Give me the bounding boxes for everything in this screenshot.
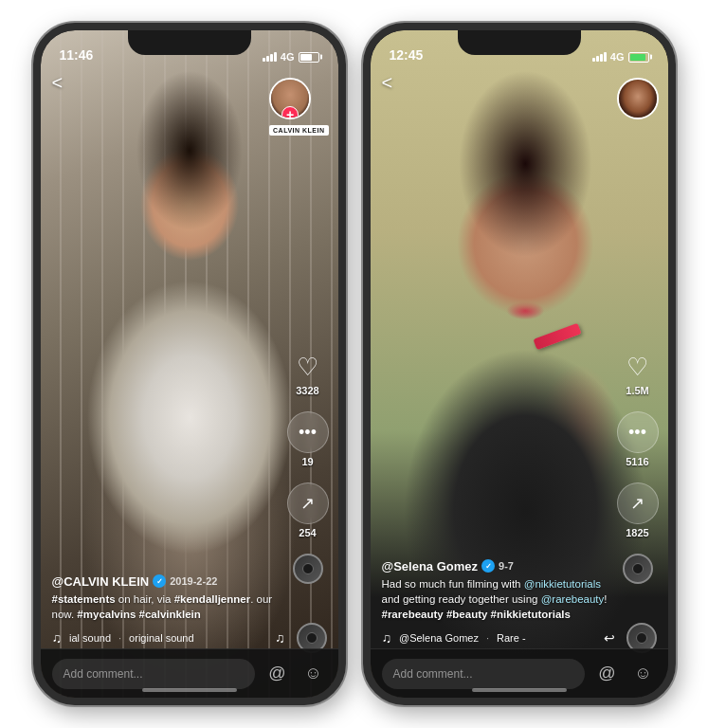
signal-left	[263, 52, 277, 62]
status-right-left: 4G	[263, 51, 319, 63]
brand-label-left: CALVIN KLEIN	[269, 125, 328, 136]
emoji-icon-right[interactable]: ☺	[630, 661, 657, 687]
battery-right	[628, 52, 649, 63]
battery-left	[299, 52, 319, 63]
brand-container-right	[617, 78, 659, 119]
home-indicator-left	[142, 688, 237, 692]
date-right: 9-7	[499, 560, 514, 572]
heart-icon-left: ♡	[297, 353, 318, 382]
phone-left: 11:46 4G <	[33, 23, 346, 705]
side-actions-left: ♡ 3328 ••• 19 ↗ 254	[287, 353, 329, 584]
brand-container-left: + CALVIN KLEIN	[269, 78, 328, 136]
comment-input-right[interactable]: Add comment...	[382, 659, 585, 689]
verified-badge-right: ✓	[481, 559, 495, 573]
share-arrow-right: ↗	[630, 493, 644, 514]
signal-bar-2	[266, 56, 269, 62]
share-circle-right: ↗	[617, 482, 659, 524]
time-left: 11:46	[60, 47, 94, 63]
verified-badge-left: ✓	[153, 574, 166, 588]
share-count-left: 254	[299, 527, 316, 538]
comment-count-left: 19	[301, 456, 313, 467]
music-note2-right: ↩	[604, 630, 615, 646]
at-icon-right[interactable]: @	[594, 661, 621, 687]
date-left: 2019-2-22	[170, 575, 217, 587]
share-count-right: 1825	[626, 527, 648, 538]
like-action-right[interactable]: ♡ 1.5M	[626, 353, 648, 396]
caption-left: #statements on hair, via #kendalljenner.…	[52, 592, 281, 622]
side-actions-right: ♡ 1.5M ••• 5116 ↗ 1825	[617, 353, 659, 584]
like-count-right: 1.5M	[626, 385, 648, 396]
like-count-left: 3328	[296, 385, 318, 396]
sound-bar-left: ♫ ial sound · original sound ♫	[52, 630, 327, 646]
share-action-left[interactable]: ↗ 254	[287, 482, 329, 538]
screen-left: 11:46 4G <	[41, 30, 338, 698]
profile-avatar-right[interactable]	[617, 78, 659, 119]
like-action-left[interactable]: ♡ 3328	[296, 353, 318, 396]
avatar-face-right	[619, 80, 657, 118]
sound-bar-right: ♫ @Selena Gomez · Rare - ↩	[382, 630, 657, 646]
phones-container: 11:46 4G <	[33, 23, 676, 705]
share-arrow-left: ↗	[300, 493, 315, 514]
video-info-left: @CALVIN KLEIN ✓ 2019-2-22 #statements on…	[52, 574, 281, 622]
comment-action-left[interactable]: ••• 19	[287, 411, 329, 467]
music-note-right: ♫	[382, 630, 392, 646]
comment-input-left[interactable]: Add comment...	[52, 659, 255, 689]
comment-count-right: 5116	[626, 456, 648, 467]
network-right: 4G	[610, 51, 625, 63]
comment-dots-right: •••	[628, 423, 646, 443]
share-action-right[interactable]: ↗ 1825	[617, 482, 659, 538]
signal-bar-1	[263, 58, 265, 62]
music-note2-left: ♫	[275, 630, 285, 646]
status-right-right: 4G	[592, 51, 649, 63]
phone-right: 12:45 4G <	[363, 23, 676, 705]
comment-circle-left: •••	[287, 411, 329, 453]
emoji-icon-left[interactable]: ☺	[300, 661, 327, 687]
caption-right: Had so much fun filming with @nikkietuto…	[382, 576, 611, 622]
sound-disc-left	[293, 554, 323, 584]
heart-icon-right: ♡	[626, 353, 648, 382]
signal-bar-4	[274, 52, 277, 62]
time-right: 12:45	[390, 47, 424, 63]
share-circle-left: ↗	[287, 482, 329, 524]
signal-bar-3	[270, 54, 273, 62]
sound-label1-left: ial sound	[69, 632, 111, 644]
back-button-left[interactable]: <	[52, 72, 64, 94]
at-icon-left[interactable]: @	[264, 661, 291, 687]
comment-dots-left: •••	[299, 423, 317, 443]
music-note-left: ♫	[52, 630, 63, 646]
sound-label2-right: Rare -	[497, 632, 526, 644]
home-indicator-right	[472, 688, 567, 692]
signal-right	[592, 52, 607, 62]
back-button-right[interactable]: <	[382, 72, 393, 94]
video-info-right: @Selena Gomez ✓ 9-7 Had so much fun film…	[382, 559, 611, 622]
comment-action-right[interactable]: ••• 5116	[617, 411, 659, 467]
screen-right: 12:45 4G <	[371, 30, 668, 698]
disc-inner-left	[302, 563, 314, 574]
username-right: @Selena Gomez ✓ 9-7	[382, 559, 611, 573]
profile-avatar-left[interactable]: +	[269, 78, 311, 119]
follow-plus-left[interactable]: +	[281, 106, 299, 119]
status-bar-left: 11:46 4G	[41, 30, 338, 68]
network-left: 4G	[281, 51, 295, 63]
sound-label2-left: original sound	[129, 632, 194, 644]
username-left: @CALVIN KLEIN ✓ 2019-2-22	[52, 574, 281, 589]
comment-circle-right: •••	[617, 411, 659, 453]
sound-disc-right	[623, 554, 653, 584]
sound-label1-right: @Selena Gomez	[399, 632, 479, 644]
status-bar-right: 12:45 4G	[371, 30, 668, 68]
